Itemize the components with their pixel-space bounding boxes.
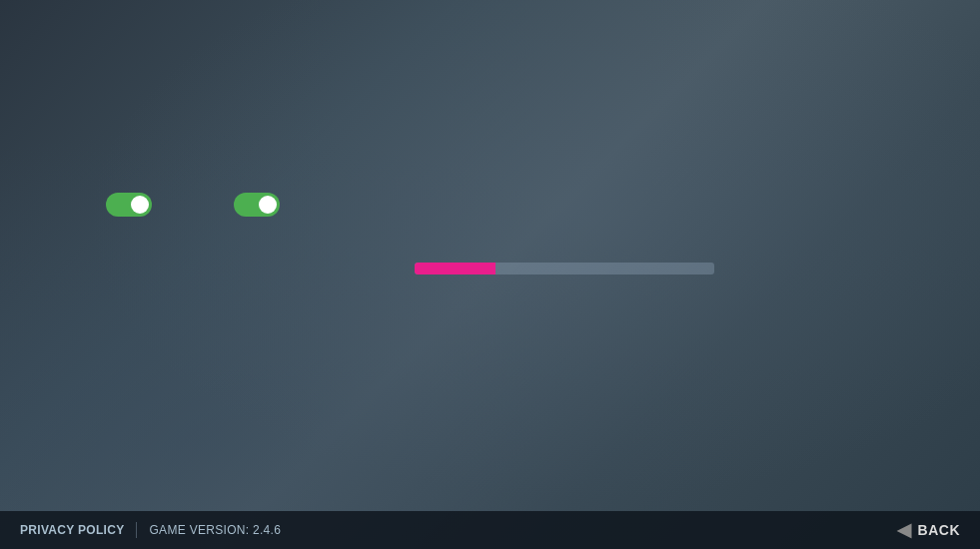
privacy-policy-link[interactable]: PRIVACY POLICY — [20, 523, 124, 537]
game-version-label: GAME VERSION: — [149, 523, 249, 537]
game-version-value: 2.4.6 — [253, 523, 281, 537]
music-toggle[interactable] — [234, 193, 280, 217]
fx-sound-toggle[interactable] — [106, 193, 152, 217]
sensitivity-slider[interactable] — [415, 263, 714, 274]
sensitivity-fill — [415, 263, 495, 274]
back-button[interactable]: ◀ BACK — [897, 519, 960, 541]
divider — [136, 522, 137, 538]
back-arrow-icon: ◀ — [897, 519, 912, 541]
back-label: BACK — [918, 522, 960, 538]
game-version: GAME VERSION: 2.4.6 — [149, 523, 281, 537]
bottom-bar: PRIVACY POLICY GAME VERSION: 2.4.6 ◀ BAC… — [0, 511, 980, 549]
